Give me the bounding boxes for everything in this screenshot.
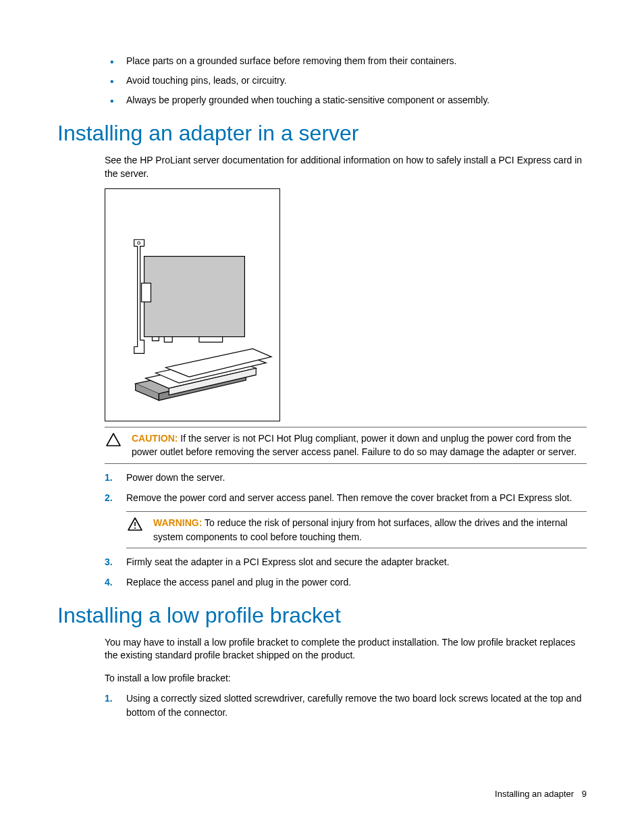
svg-point-4	[134, 527, 136, 529]
page-footer: Installing an adapter 9	[495, 789, 587, 799]
section2-para1: You may have to install a low profile br…	[105, 636, 587, 662]
adapter-install-figure	[105, 188, 280, 421]
section2-steps: Using a correctly sized slotted screwdri…	[105, 692, 587, 719]
step-text: Remove the power cord and server access …	[126, 492, 572, 503]
warning-icon	[126, 516, 144, 544]
list-item: Remove the power cord and server access …	[105, 491, 587, 548]
pci-card-illustration-icon	[105, 188, 279, 421]
caution-alert: CAUTION: If the server is not PCI Hot Pl…	[105, 427, 587, 464]
list-item: Firmly seat the adapter in a PCI Express…	[105, 555, 587, 569]
footer-title: Installing an adapter	[495, 789, 574, 799]
heading-low-profile-bracket: Installing a low profile bracket	[57, 603, 587, 628]
footer-page-number: 9	[582, 789, 587, 799]
list-item: Always be properly grounded when touchin…	[105, 93, 587, 107]
list-item: Place parts on a grounded surface before…	[105, 54, 587, 68]
caution-text: If the server is not PCI Hot Plug compli…	[132, 433, 576, 457]
list-item: Avoid touching pins, leads, or circuitry…	[105, 74, 587, 88]
pre-bullet-list: Place parts on a grounded surface before…	[105, 54, 587, 107]
list-item: Power down the server.	[105, 471, 587, 484]
section2-para2: To install a low profile bracket:	[105, 672, 587, 685]
heading-installing-adapter: Installing an adapter in a server	[57, 121, 587, 146]
list-item: Replace the access panel and plug in the…	[105, 575, 587, 589]
caution-label: CAUTION:	[132, 433, 178, 444]
section1-intro: See the HP ProLiant server documentation…	[105, 154, 587, 180]
warning-text: To reduce the risk of personal injury fr…	[153, 517, 568, 542]
list-item: Using a correctly sized slotted screwdri…	[105, 692, 587, 719]
svg-point-0	[138, 242, 140, 244]
caution-icon	[105, 432, 122, 459]
warning-alert: WARNING: To reduce the risk of personal …	[126, 511, 587, 548]
svg-rect-1	[144, 257, 245, 337]
svg-rect-2	[142, 283, 151, 302]
section1-steps: Power down the server. Remove the power …	[105, 471, 587, 590]
warning-label: WARNING:	[153, 517, 202, 528]
